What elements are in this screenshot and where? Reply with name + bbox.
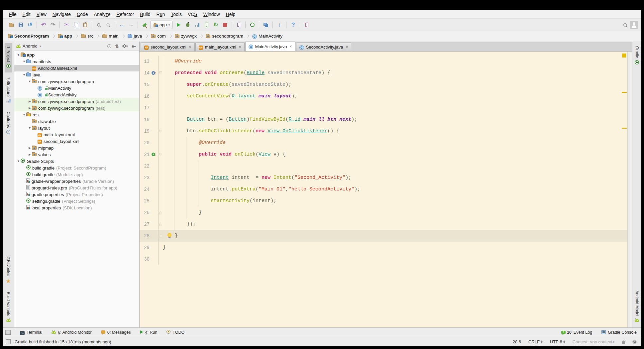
toolwindow-button-4-run[interactable]: 4: Run xyxy=(136,328,162,337)
tree-expand-arrow[interactable]: ▶ xyxy=(28,100,32,103)
code-line[interactable]: 14 o↑ protected void onCreate(Bundle sav… xyxy=(140,67,627,79)
overriding-method-icon[interactable]: o↑ xyxy=(152,71,157,75)
line-number[interactable]: 13 xyxy=(140,59,152,64)
line-ending-selector[interactable]: CRLF xyxy=(528,339,543,344)
code-editor[interactable]: 13 @Override 14 o↑ protected void onCrea… xyxy=(140,52,632,327)
tree-row[interactable]: ▼ app xyxy=(14,52,139,58)
project-structure-icon[interactable] xyxy=(262,21,270,29)
tree-row[interactable]: AndroidManifest.xml xyxy=(14,65,139,71)
warning-stripe-mark[interactable] xyxy=(622,92,627,93)
user-avatar-icon[interactable] xyxy=(630,21,638,29)
toolwindow-button-6-android-monitor[interactable]: 6: Android Monitor xyxy=(47,328,96,337)
fold-marker[interactable] xyxy=(158,172,163,183)
copy-icon[interactable] xyxy=(71,21,80,29)
fold-marker[interactable] xyxy=(158,160,163,172)
toolwindow-button-1-project[interactable]: 1:Project xyxy=(5,43,12,72)
code-line[interactable]: 13 @Override xyxy=(140,56,627,67)
avd-manager-icon[interactable] xyxy=(234,21,243,29)
find-in-path-icon[interactable] xyxy=(104,21,112,29)
breadcrumb-item[interactable]: src xyxy=(80,34,94,39)
breadcrumb-item[interactable]: zywwgx xyxy=(174,34,197,39)
tree-row[interactable]: ▼ Gradle Scripts xyxy=(14,158,139,165)
fold-marker[interactable] xyxy=(158,137,163,149)
tree-row[interactable]: second_layout.xml xyxy=(14,138,139,145)
code-line[interactable]: 19 btn.setOnClickListener(new View.OnCli… xyxy=(140,125,627,137)
caret-position[interactable]: 28:6 xyxy=(513,339,521,344)
line-number[interactable]: 14 xyxy=(140,70,152,76)
fold-marker[interactable] xyxy=(158,114,163,125)
tree-row[interactable]: ▶ mipmap xyxy=(14,145,139,151)
search-icon[interactable] xyxy=(94,21,103,29)
fold-marker[interactable] xyxy=(158,90,163,102)
editor-tab[interactable]: MainActivity.java × xyxy=(245,42,295,51)
rerun-icon[interactable]: ↻ xyxy=(211,21,220,29)
settings-gear-icon[interactable]: ▾ xyxy=(123,45,128,48)
implementing-method-icon[interactable]: I↑ xyxy=(152,152,157,157)
code-line[interactable]: 18 Button btn = (Button)findViewById(R.i… xyxy=(140,114,627,125)
line-number[interactable]: 20 xyxy=(140,140,152,146)
code-line[interactable]: 15 super.onCreate(savedInstanceState); xyxy=(140,79,627,90)
status-toggle-icon[interactable] xyxy=(6,339,11,344)
run-config-selector[interactable]: app ▾ xyxy=(151,21,172,29)
code-line[interactable]: 26 } xyxy=(140,207,627,218)
tree-row[interactable]: SecondActivity xyxy=(14,91,139,98)
fold-marker[interactable] xyxy=(158,218,163,230)
hide-panel-icon[interactable]: ⇤ xyxy=(132,44,136,49)
gradle-console-button[interactable]: Gradle Console xyxy=(597,330,641,335)
tree-row[interactable]: build.gradle (Module: app) xyxy=(14,171,139,178)
tree-row[interactable]: ▼ manifests xyxy=(14,58,139,65)
line-number[interactable]: 16 xyxy=(140,94,152,99)
attach-debugger-icon[interactable]: ↓ xyxy=(275,21,284,29)
file-status-indicator[interactable] xyxy=(622,54,626,58)
editor-tab[interactable]: main_layout.xml × xyxy=(195,43,245,51)
editor-tab[interactable]: second_layout.xml × xyxy=(141,43,195,51)
line-number[interactable]: 27 xyxy=(140,222,152,227)
line-number[interactable]: 23 xyxy=(140,175,152,180)
menu-window[interactable]: Window xyxy=(200,11,223,18)
toolwindow-toggle-icon[interactable] xyxy=(5,330,11,335)
menu-code[interactable]: Code xyxy=(74,11,91,18)
breadcrumb-item[interactable]: java xyxy=(127,34,143,39)
sync-icon[interactable]: ↺ xyxy=(26,21,34,29)
editor-tab[interactable]: SecondActivity.java × xyxy=(296,43,352,51)
hector-inspector-icon[interactable] xyxy=(632,340,637,344)
event-log-button[interactable]: 10 Event Log xyxy=(557,330,597,335)
run-device-icon[interactable] xyxy=(202,21,211,29)
breadcrumb-item[interactable]: SecondProgram xyxy=(7,34,50,39)
close-icon[interactable]: × xyxy=(289,44,292,49)
tree-expand-arrow[interactable]: ▼ xyxy=(28,80,32,83)
code-line[interactable]: 25 startActivity(intent); xyxy=(140,195,627,207)
line-number[interactable]: 21 xyxy=(140,152,152,157)
tree-row[interactable]: ▶ values xyxy=(14,151,139,158)
locate-icon[interactable] xyxy=(107,44,111,48)
menu-refactor[interactable]: Refactor xyxy=(113,11,137,18)
tree-expand-arrow[interactable]: ▶ xyxy=(28,153,32,156)
tree-expand-arrow[interactable]: ▼ xyxy=(22,113,26,116)
tree-expand-arrow[interactable]: ▶ xyxy=(28,106,32,110)
tree-expand-arrow[interactable]: ▼ xyxy=(22,73,26,76)
encoding-selector[interactable]: UTF-8 xyxy=(550,339,565,344)
menu-vcs[interactable]: VCS xyxy=(185,11,200,18)
toolwindow-button-gradle[interactable]: Gradle xyxy=(633,43,641,69)
menu-help[interactable]: Help xyxy=(223,11,239,18)
code-line[interactable]: 23 Intent intent = new Intent("Second_Ac… xyxy=(140,172,627,183)
menu-file[interactable]: File xyxy=(6,11,20,18)
tree-row[interactable]: ▼ com.zywwgx.secondprogram xyxy=(14,78,139,85)
redo-icon[interactable]: ↷ xyxy=(49,21,57,29)
fold-marker[interactable] xyxy=(158,253,163,265)
line-number[interactable]: 26 xyxy=(140,210,152,215)
line-number[interactable]: 17 xyxy=(140,105,152,111)
fold-marker[interactable] xyxy=(158,67,163,79)
breadcrumb-item[interactable]: app xyxy=(57,34,73,39)
readonly-lock-icon[interactable] xyxy=(622,341,625,344)
toolwindow-button-terminal[interactable]: Terminal xyxy=(15,328,47,337)
paste-icon[interactable] xyxy=(81,21,89,29)
menu-edit[interactable]: Edit xyxy=(20,11,34,18)
fold-marker[interactable] xyxy=(158,183,163,195)
toolwindow-button-2-favorites[interactable]: 2:Favorites ★ xyxy=(5,253,12,287)
profile-icon[interactable] xyxy=(193,21,201,29)
toolwindow-button-todo[interactable]: TODO xyxy=(162,328,189,337)
tree-row[interactable]: ▼ java xyxy=(14,71,139,78)
cut-icon[interactable]: ✂ xyxy=(62,21,71,29)
toolwindow-button-build-variants[interactable]: Build Variants xyxy=(5,289,12,326)
